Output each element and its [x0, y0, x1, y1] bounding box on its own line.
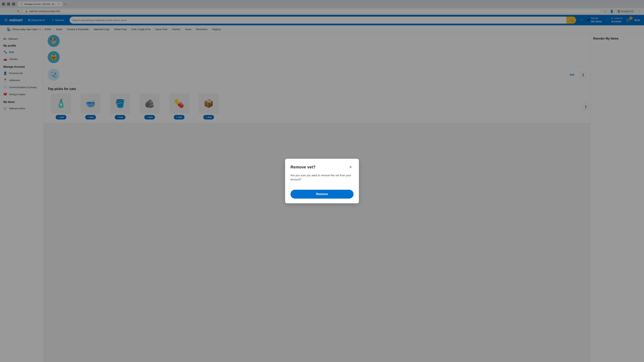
modal-overlay[interactable]: Remove vet? ✕ Are you sure you want to r…	[0, 0, 644, 362]
modal-title: Remove vet?	[290, 165, 316, 169]
modal-header: Remove vet? ✕	[290, 164, 354, 170]
modal-close-button[interactable]: ✕	[348, 164, 354, 170]
modal-divider	[290, 186, 354, 186]
modal-body-text: Are you sure you want to remove this vet…	[290, 173, 354, 182]
modal-remove-button[interactable]: Remove	[290, 190, 354, 199]
remove-vet-modal: Remove vet? ✕ Are you sure you want to r…	[285, 159, 359, 203]
